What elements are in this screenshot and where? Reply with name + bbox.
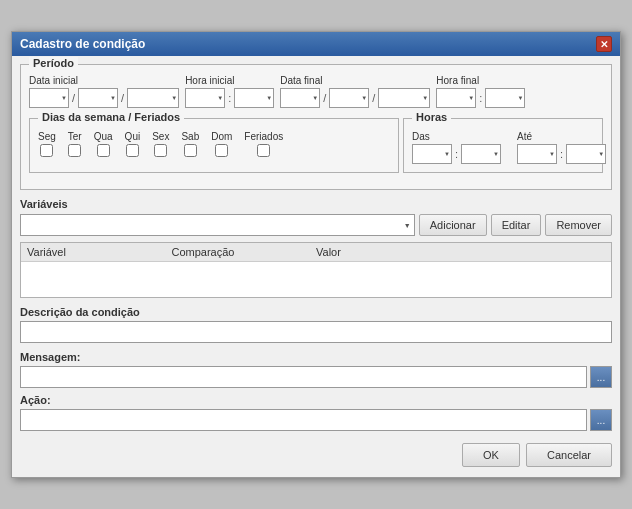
acao-label: Ação: xyxy=(20,394,612,406)
data-inicial-day[interactable] xyxy=(29,88,69,108)
acao-input[interactable] xyxy=(20,409,587,431)
data-final-month-wrapper xyxy=(329,88,369,108)
hora-inicial-row: : xyxy=(185,88,274,108)
acao-section: Ação: ... xyxy=(20,394,612,431)
table-body xyxy=(21,262,611,297)
data-inicial-month-wrapper xyxy=(78,88,118,108)
data-final-year[interactable] xyxy=(378,88,430,108)
slash2: / xyxy=(121,92,124,104)
dia-ter-label: Ter xyxy=(68,131,82,142)
table-header: Variável Comparação Valor xyxy=(21,243,611,262)
data-inicial-year-wrapper xyxy=(127,88,179,108)
horas-das-m[interactable] xyxy=(461,144,501,164)
mensagem-label: Mensagem: xyxy=(20,351,612,363)
footer-buttons: OK Cancelar xyxy=(20,439,612,469)
data-final-month[interactable] xyxy=(329,88,369,108)
dia-dom: Dom xyxy=(211,131,232,157)
hora-final-label: Hora final xyxy=(436,75,525,86)
colon4: : xyxy=(560,148,563,160)
hora-inicial-h[interactable] xyxy=(185,88,225,108)
col-comparacao: Comparação xyxy=(172,246,317,258)
hora-inicial-label: Hora inicial xyxy=(185,75,274,86)
horas-das-group: Das : xyxy=(412,131,501,164)
descricao-input[interactable] xyxy=(20,321,612,343)
hora-final-h[interactable] xyxy=(436,88,476,108)
dia-dom-checkbox[interactable] xyxy=(215,144,228,157)
hora-inicial-group: Hora inicial : xyxy=(185,75,274,108)
window-title: Cadastro de condição xyxy=(20,37,145,51)
remover-button[interactable]: Remover xyxy=(545,214,612,236)
slash3: / xyxy=(323,92,326,104)
cancelar-button[interactable]: Cancelar xyxy=(526,443,612,467)
dias-grid: Seg Ter Qua Qui xyxy=(38,131,390,157)
data-inicial-year[interactable] xyxy=(127,88,179,108)
colon1: : xyxy=(228,92,231,104)
title-bar: Cadastro de condição ✕ xyxy=(12,32,620,56)
data-final-day-wrapper xyxy=(280,88,320,108)
horas-box: Horas Das : xyxy=(403,118,603,173)
dia-ter-checkbox[interactable] xyxy=(68,144,81,157)
dia-sex-checkbox[interactable] xyxy=(154,144,167,157)
data-final-group: Data final / / xyxy=(280,75,430,108)
dias-semana-title: Dias da semana / Feriados xyxy=(38,111,184,123)
dia-sex-label: Sex xyxy=(152,131,169,142)
data-final-year-wrapper xyxy=(378,88,430,108)
colon2: : xyxy=(479,92,482,104)
horas-das-h-wrapper xyxy=(412,144,452,164)
dia-feriados: Feriados xyxy=(244,131,283,157)
variaveis-select[interactable] xyxy=(20,214,415,236)
slash4: / xyxy=(372,92,375,104)
main-window: Cadastro de condição ✕ Período Data inic… xyxy=(11,31,621,478)
data-final-row: / / xyxy=(280,88,430,108)
dia-seg-checkbox[interactable] xyxy=(40,144,53,157)
hora-inicial-m[interactable] xyxy=(234,88,274,108)
descricao-section: Descrição da condição xyxy=(20,306,612,343)
hora-final-m[interactable] xyxy=(485,88,525,108)
periodo-title: Período xyxy=(29,57,78,69)
data-inicial-month[interactable] xyxy=(78,88,118,108)
ate-label: Até xyxy=(517,131,606,142)
variaveis-section: Variáveis Adicionar Editar Remover Variá… xyxy=(20,198,612,298)
data-inicial-row: / / xyxy=(29,88,179,108)
horas-ate-row: : xyxy=(517,144,606,164)
horas-das-m-wrapper xyxy=(461,144,501,164)
mensagem-ellipsis-button[interactable]: ... xyxy=(590,366,612,388)
hora-final-m-wrapper xyxy=(485,88,525,108)
hora-final-h-wrapper xyxy=(436,88,476,108)
dia-qui-label: Qui xyxy=(125,131,141,142)
das-label: Das xyxy=(412,131,501,142)
adicionar-button[interactable]: Adicionar xyxy=(419,214,487,236)
ok-button[interactable]: OK xyxy=(462,443,520,467)
colon3: : xyxy=(455,148,458,160)
horas-ate-m-wrapper xyxy=(566,144,606,164)
window-body: Período Data inicial / / xyxy=(12,56,620,477)
mensagem-input[interactable] xyxy=(20,366,587,388)
col-valor: Valor xyxy=(316,246,461,258)
acao-input-row: ... xyxy=(20,409,612,431)
editar-button[interactable]: Editar xyxy=(491,214,542,236)
variaveis-controls: Adicionar Editar Remover xyxy=(20,214,612,236)
dia-qua-checkbox[interactable] xyxy=(97,144,110,157)
horas-ate-m[interactable] xyxy=(566,144,606,164)
mensagem-input-row: ... xyxy=(20,366,612,388)
horas-ate-h[interactable] xyxy=(517,144,557,164)
hora-final-row: : xyxy=(436,88,525,108)
dia-seg: Seg xyxy=(38,131,56,157)
acao-ellipsis-button[interactable]: ... xyxy=(590,409,612,431)
hora-inicial-h-wrapper xyxy=(185,88,225,108)
dia-sab-checkbox[interactable] xyxy=(184,144,197,157)
dia-feriados-checkbox[interactable] xyxy=(257,144,270,157)
dia-sab: Sab xyxy=(181,131,199,157)
data-final-day[interactable] xyxy=(280,88,320,108)
horas-das-h[interactable] xyxy=(412,144,452,164)
col-variavel: Variável xyxy=(27,246,172,258)
dia-sab-label: Sab xyxy=(181,131,199,142)
data-final-label: Data final xyxy=(280,75,430,86)
dia-qui-checkbox[interactable] xyxy=(126,144,139,157)
data-inicial-group: Data inicial / / xyxy=(29,75,179,108)
dia-qui: Qui xyxy=(125,131,141,157)
mensagem-section: Mensagem: ... xyxy=(20,351,612,388)
close-button[interactable]: ✕ xyxy=(596,36,612,52)
hora-final-group: Hora final : xyxy=(436,75,525,108)
dia-seg-label: Seg xyxy=(38,131,56,142)
